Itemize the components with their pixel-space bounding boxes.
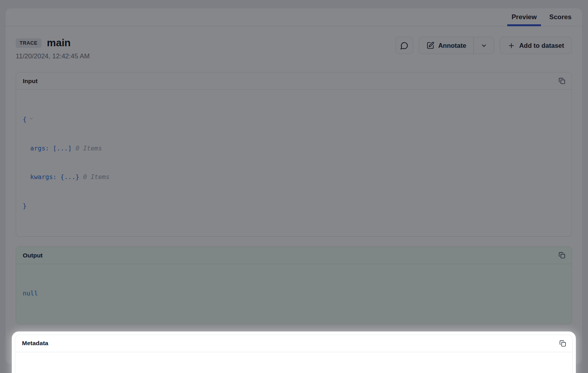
annotate-split-button: Annotate: [419, 37, 495, 54]
metadata-title: Metadata: [22, 340, 48, 347]
tab-scores-label: Scores: [549, 13, 572, 21]
annotate-pen-icon: [426, 42, 434, 49]
trace-header: TRACE main 11/20/2024, 12:42:45 AM Annot…: [16, 37, 572, 60]
tab-scores[interactable]: Scores: [545, 8, 576, 26]
annotate-button[interactable]: Annotate: [419, 37, 474, 54]
trace-timestamp: 11/20/2024, 12:42:45 AM: [16, 53, 90, 60]
trace-type-badge: TRACE: [16, 38, 42, 48]
chevron-down-icon: [481, 42, 487, 49]
trace-actions: Annotate Add to dataset: [396, 37, 572, 54]
metadata-section: Metadata { context: "@@@langfuseMedia:ty…: [15, 335, 573, 373]
comment-button[interactable]: [396, 37, 413, 54]
copy-icon: [559, 340, 566, 347]
trace-title: main: [47, 37, 71, 49]
add-to-dataset-button[interactable]: Add to dataset: [500, 37, 572, 54]
annotate-dropdown-button[interactable]: [474, 37, 494, 54]
metadata-json-viewer: { context: "@@@langfuseMedia:type=applic…: [15, 352, 572, 373]
output-section: Output null: [16, 246, 572, 324]
plus-icon: [508, 42, 515, 49]
tab-preview[interactable]: Preview: [507, 8, 541, 26]
collapse-chevron-icon[interactable]: [29, 115, 34, 123]
output-null-value: null: [23, 290, 38, 297]
tab-bar: Preview Scores: [5, 8, 582, 26]
annotate-label: Annotate: [438, 42, 466, 49]
json-line: }: [23, 201, 565, 211]
comment-icon: [400, 42, 408, 50]
output-title: Output: [23, 252, 43, 259]
json-line: {: [23, 114, 565, 125]
input-json-viewer: { args: [...] 0 Items kwargs: {...} 0 It…: [16, 90, 572, 236]
metadata-spotlight: Metadata { context: "@@@langfuseMedia:ty…: [12, 331, 576, 373]
json-line: args: [...] 0 Items: [23, 144, 565, 154]
input-header: Input: [16, 72, 572, 90]
copy-metadata-button[interactable]: [559, 339, 567, 348]
metadata-header: Metadata: [15, 335, 572, 352]
copy-icon: [559, 252, 565, 259]
json-line: null: [23, 289, 565, 299]
input-section: Input { args: [...] 0 Items kwargs: {...…: [16, 72, 572, 237]
trace-detail-panel: Preview Scores TRACE main 11/20/2024, 12…: [5, 8, 583, 364]
copy-icon: [559, 78, 565, 84]
tab-preview-label: Preview: [512, 13, 537, 21]
input-title: Input: [23, 78, 38, 85]
add-to-dataset-label: Add to dataset: [519, 42, 564, 49]
copy-output-button[interactable]: [558, 251, 566, 259]
output-header: Output: [16, 247, 572, 264]
json-line: kwargs: {...} 0 Items: [23, 172, 565, 182]
copy-input-button[interactable]: [558, 77, 566, 85]
output-json-viewer: null: [16, 264, 572, 324]
